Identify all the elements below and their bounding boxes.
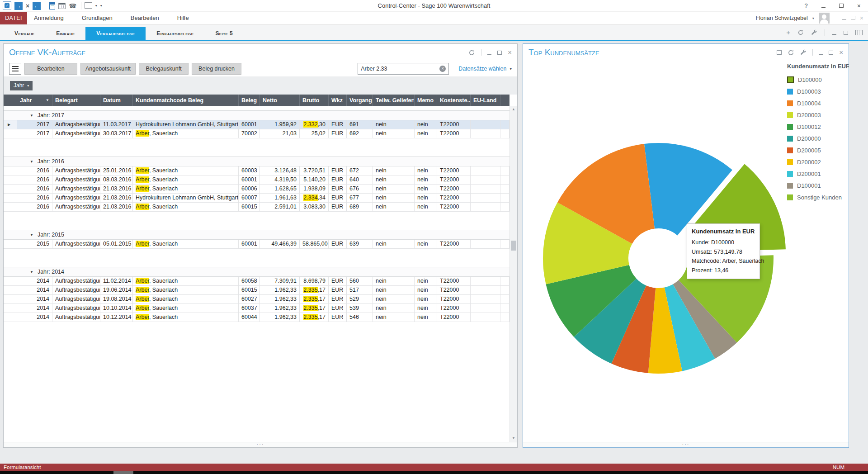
legend-item-d100003[interactable]: D100003	[787, 85, 846, 97]
file-tab[interactable]: DATEI	[0, 12, 27, 24]
records-select-link[interactable]: Datensätze wählen▾	[458, 66, 512, 72]
legend-item-d200002[interactable]: D200002	[787, 156, 846, 168]
table-row[interactable]: 2016Auftragsbestätigung21.03.2016Arber, …	[4, 203, 509, 212]
user-menu[interactable]: Florian Schwitzgebel	[755, 15, 807, 21]
legend-item-d100004[interactable]: D100004	[787, 97, 846, 109]
legend-item-d100012[interactable]: D100012	[787, 121, 846, 133]
vertical-scrollbar[interactable]: ▲ ▼	[509, 106, 517, 442]
tab-seite-5[interactable]: Seite 5	[204, 27, 244, 40]
column-header-euland[interactable]: EU-Land	[471, 95, 500, 106]
cell-brutto: 2.332,30	[300, 120, 329, 129]
cell-jahr: 2016	[17, 203, 52, 212]
group-header-jahr-2015[interactable]: ▼Jahr: 2015	[4, 230, 509, 240]
table-row[interactable]: 2014Auftragsbestätigung11.02.2014Arber, …	[4, 277, 509, 286]
tab-einkauf[interactable]: Einkauf	[45, 27, 85, 40]
belegauskunft-button[interactable]: Belegauskunft	[139, 63, 189, 75]
column-header-vorgang[interactable]: Vorgang	[347, 95, 373, 106]
copy-icon[interactable]	[777, 48, 782, 57]
table-row[interactable]: 2014Auftragsbestätigung10.10.2014Arber, …	[4, 304, 509, 313]
table-row[interactable]: 2014Auftragsbestätigung10.12.2014Arber, …	[4, 313, 509, 322]
angebotsauskunft-button[interactable]: Angebotsauskunft	[80, 63, 136, 75]
table-row[interactable]: 2014Auftragsbestätigung19.08.2014Arber, …	[4, 295, 509, 304]
search-input[interactable]	[361, 66, 439, 72]
cell-belegart: Auftragsbestätigung	[52, 166, 100, 175]
group-expand-icon[interactable]: ▼	[30, 114, 33, 118]
scroll-down-icon[interactable]: ▼	[510, 435, 517, 442]
column-header-kst[interactable]: Kostenste...	[437, 95, 471, 106]
legend-label: D100000	[798, 76, 822, 83]
add-tab-icon[interactable]: +	[786, 29, 790, 36]
menu-icon[interactable]	[9, 63, 21, 75]
column-header-beleg[interactable]: Beleg	[239, 95, 260, 106]
filmstrip-view-icon[interactable]	[855, 30, 863, 35]
scroll-up-icon[interactable]: ▲	[510, 106, 517, 113]
group-header-jahr-2017[interactable]: ▼Jahr: 2017	[4, 110, 509, 120]
bearbeiten-button[interactable]: Bearbeiten	[24, 63, 77, 75]
group-header-jahr-2014[interactable]: ▼Jahr: 2014	[4, 267, 509, 277]
refresh-icon[interactable]	[788, 49, 794, 56]
scrollbar-thumb[interactable]	[511, 241, 516, 251]
panel-close-icon[interactable]: ×	[508, 50, 512, 55]
table-row[interactable]: 2016Auftragsbestätigung21.03.2016Hydroku…	[4, 194, 509, 203]
table-row[interactable]: ▶2017Auftragsbestätigung11.03.2017Hydrok…	[4, 120, 509, 129]
group-expand-icon[interactable]: ▼	[30, 233, 33, 237]
legend-item-sonstige-kunden[interactable]: Sonstige Kunden	[787, 191, 846, 203]
column-header-brutto[interactable]: Brutto	[300, 95, 329, 106]
table-row[interactable]: 2015Auftragsbestätigung05.01.2015Arber, …	[4, 240, 509, 249]
legend-item-d100000[interactable]: D100000	[787, 74, 846, 85]
panel-restore-icon[interactable]	[844, 28, 848, 37]
ribbon-menu-hilfe[interactable]: Hilfe	[177, 12, 189, 24]
column-header-jahr[interactable]: Jahr▼	[17, 95, 52, 106]
legend-item-d100001[interactable]: D100001	[787, 180, 846, 191]
legend-item-d200001[interactable]: D200001	[787, 168, 846, 180]
restore-button[interactable]	[839, 0, 844, 12]
ribbon-menu-bearbeiten[interactable]: Bearbeiten	[131, 12, 159, 24]
column-header-netto[interactable]: Netto	[260, 95, 300, 106]
table-row[interactable]: 2016Auftragsbestätigung21.03.2016Arber, …	[4, 185, 509, 194]
panel-maximize-icon[interactable]	[829, 48, 833, 57]
group-chip-jahr[interactable]: Jahr▾	[10, 81, 33, 90]
column-header-wkz[interactable]: Wkz	[329, 95, 347, 106]
table-row[interactable]: 2014Auftragsbestätigung19.06.2014Arber, …	[4, 286, 509, 295]
column-header-teilw[interactable]: Teilw. Geliefert	[373, 95, 415, 106]
group-expand-icon[interactable]: ▼	[30, 270, 33, 274]
panel-grip[interactable]: ···	[523, 442, 849, 447]
beleg-drucken-button[interactable]: Beleg drucken	[192, 63, 241, 75]
group-header-jahr-2016[interactable]: ▼Jahr: 2016	[4, 156, 509, 166]
help-button[interactable]: ?	[805, 0, 808, 12]
settings-wrench-icon[interactable]	[811, 29, 817, 36]
refresh-icon[interactable]	[797, 29, 804, 36]
refresh-icon[interactable]	[468, 49, 475, 56]
table-row[interactable]: 2016Auftragsbestätigung08.03.2016Arber, …	[4, 175, 509, 185]
minimize-button[interactable]	[821, 0, 826, 12]
settings-wrench-icon[interactable]	[800, 49, 807, 56]
table-row[interactable]: 2016Auftragsbestätigung25.01.2016Arber, …	[4, 166, 509, 175]
table-row[interactable]: 2017Auftragsbestätigung30.03.2017Arber, …	[4, 129, 509, 138]
group-expand-icon[interactable]: ▼	[30, 160, 33, 164]
tooltip-line-prozent-: Prozent: 13,46	[692, 266, 755, 275]
panel-minimize-icon[interactable]	[487, 48, 491, 57]
column-header-kunde[interactable]: Kundenmatchcode Beleg	[133, 95, 239, 106]
tab-verkaufsbelege[interactable]: Verkaufsbelege	[85, 27, 146, 40]
tab-einkaufsbelege[interactable]: Einkaufsbelege	[146, 27, 204, 40]
panel-close-icon[interactable]: ×	[839, 50, 843, 55]
cell-brutto: 5.140,20	[300, 175, 329, 185]
ribbon-menu-grundlagen[interactable]: Grundlagen	[82, 12, 113, 24]
user-dropdown-icon[interactable]: ▾	[812, 16, 814, 20]
cell-datum: 11.03.2017	[100, 120, 133, 129]
legend-item-d200000[interactable]: D200000	[787, 133, 846, 144]
column-header-belegart[interactable]: Belegart	[52, 95, 100, 106]
avatar[interactable]	[819, 13, 830, 24]
panel-minimize-icon[interactable]	[832, 28, 836, 37]
legend-item-d200003[interactable]: D200003	[787, 109, 846, 121]
legend-item-d200005[interactable]: D200005	[787, 144, 846, 156]
tab-verkauf[interactable]: Verkauf	[4, 27, 45, 40]
close-button[interactable]: ×	[857, 3, 861, 9]
panel-maximize-icon[interactable]	[497, 48, 502, 57]
panel-minimize-icon[interactable]	[819, 48, 823, 57]
ribbon-menu-anmeldung[interactable]: Anmeldung	[34, 12, 64, 24]
search-clear-icon[interactable]: ×	[439, 66, 446, 72]
column-header-datum[interactable]: Datum	[100, 95, 133, 106]
panel-grip[interactable]: ···	[4, 442, 517, 447]
column-header-memo[interactable]: Memo	[415, 95, 437, 106]
